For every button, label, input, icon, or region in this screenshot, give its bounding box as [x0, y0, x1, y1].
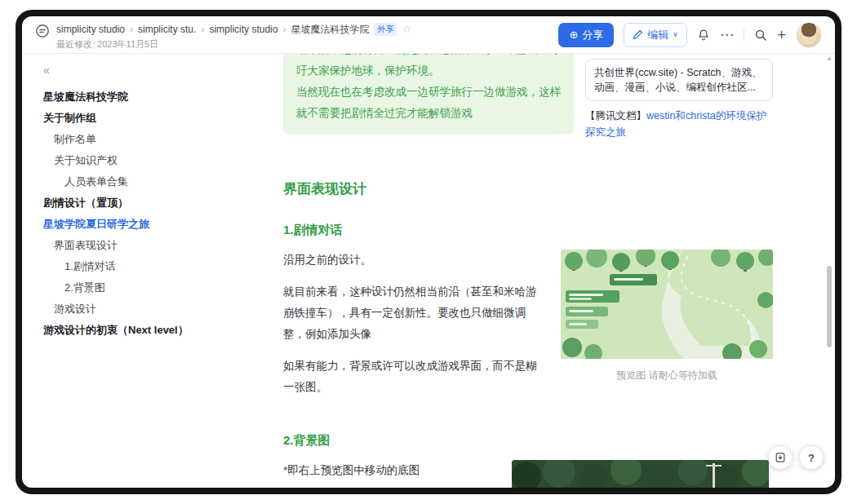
app-logo-icon[interactable]	[35, 24, 50, 38]
sidebar-item[interactable]: 星坡魔法科技学院	[43, 86, 205, 108]
share-button[interactable]: ⊕ 分享	[558, 23, 614, 47]
subsection-1-title: 1.剧情对话	[283, 223, 773, 238]
pencil-icon	[633, 29, 643, 40]
side-column: 共创世界(ccw.site) - Scratch、游戏、动画、漫画、小说、编程创…	[585, 54, 773, 140]
game-preview-figure: 预览图 请耐心等待加载	[561, 250, 773, 382]
shared-badge: 外享	[374, 23, 397, 36]
paragraph: 就目前来看，这种设计仍然相当前沿（甚至和米哈游崩铁撞车），具有一定创新性。要改也…	[283, 281, 546, 345]
paragraph: *即右上预览图中移动的底图	[283, 460, 497, 481]
sidebar-item[interactable]: 1.剧情对话	[43, 256, 205, 277]
chevron-down-icon: ∨	[673, 31, 678, 38]
sidebar-item[interactable]: 人员表单合集	[43, 171, 205, 192]
scrollbar	[825, 57, 833, 481]
notification-bell-icon[interactable]	[697, 29, 710, 42]
callout-paragraph: 结束后，他们将自己的见闻和感悟做成了一个游戏，呼吁大家保护地球，保护环境。	[296, 54, 561, 82]
doc-link-line: 【腾讯文档】westin和christa的环境保护探究之旅	[585, 108, 773, 140]
background-video-figure	[512, 460, 769, 488]
breadcrumb: simplicity studio›simplicity stu.›simpli…	[56, 23, 369, 37]
doc-link-prefix: 【腾讯文档】	[585, 110, 646, 122]
sidebar-item[interactable]: 制作名单	[43, 129, 205, 150]
breadcrumb-item[interactable]: simplicity stu.	[138, 24, 196, 35]
app-body: « 星坡魔法科技学院关于制作组制作名单关于知识产权人员表单合集剧情设计（置顶）星…	[22, 54, 835, 488]
app-window: simplicity studio›simplicity stu.›simpli…	[16, 10, 841, 494]
image-caption: 预览图 请耐心等待加载	[561, 369, 773, 382]
favorite-star-icon[interactable]: ☆	[402, 24, 411, 35]
edit-button-label: 编辑	[647, 28, 668, 42]
topbar-left: simplicity studio›simplicity stu.›simpli…	[35, 20, 411, 51]
paragraph: 沿用之前的设计。	[283, 250, 546, 271]
topbar: simplicity studio›simplicity stu.›simpli…	[22, 16, 835, 54]
sidebar-item[interactable]: 剧情设计（置顶）	[43, 192, 205, 214]
sidebar-item[interactable]: 星坡学院夏日研学之旅	[43, 214, 205, 235]
edit-button[interactable]: 编辑 ∨	[624, 23, 687, 47]
subsection-2-row: *即右上预览图中移动的底图 使用亲自拍摄的写实景象，以及AI生成图	[283, 460, 773, 488]
floating-tools: ?	[768, 445, 824, 470]
download-icon	[775, 452, 786, 463]
plus-icon[interactable]: +	[777, 27, 786, 42]
collapse-sidebar-button[interactable]: «	[43, 64, 50, 77]
last-modified-text: 最近修改: 2023年11月5日	[56, 38, 411, 51]
sidebar-item[interactable]: 游戏设计	[43, 298, 205, 320]
callout: 结束后，他们将自己的见闻和感悟做成了一个游戏，呼吁大家保护地球，保护环境。当然现…	[283, 54, 574, 134]
toolbar-divider	[744, 29, 744, 42]
subsection-1-text: 沿用之前的设计。 就目前来看，这种设计仍然相当前沿（甚至和米哈游崩铁撞车），具有…	[283, 250, 546, 409]
share-button-label: 分享	[582, 28, 603, 42]
sidebar-item[interactable]: 游戏设计的初衷（Next level）	[43, 320, 205, 341]
sidebar: « 星坡魔法科技学院关于制作组制作名单关于知识产权人员表单合集剧情设计（置顶）星…	[22, 54, 211, 488]
topbar-actions: ⊕ 分享 编辑 ∨	[558, 22, 822, 48]
scrollbar-thumb[interactable]	[827, 266, 832, 347]
content-area: 结束后，他们将自己的见闻和感悟做成了一个游戏，呼吁大家保护地球，保护环境。当然现…	[211, 54, 835, 488]
document: 结束后，他们将自己的见闻和感悟做成了一个游戏，呼吁大家保护地球，保护环境。当然现…	[283, 54, 773, 488]
link-preview-card[interactable]: 共创世界(ccw.site) - Scratch、游戏、动画、漫画、小说、编程创…	[585, 59, 773, 101]
sidebar-nav: 星坡魔法科技学院关于制作组制作名单关于知识产权人员表单合集剧情设计（置顶）星坡学…	[43, 86, 205, 341]
topbar-meta: simplicity studio›simplicity stu.›simpli…	[56, 20, 411, 51]
breadcrumb-item[interactable]: simplicity studio	[209, 24, 278, 35]
sidebar-item[interactable]: 关于制作组	[43, 108, 205, 129]
help-button[interactable]: ?	[799, 445, 824, 470]
callout-paragraph: 当然现在也在考虑改成一边研学旅行一边做游戏，这样就不需要把剧情全过完才能解锁游戏	[296, 82, 561, 124]
subsection-2-title: 2.背景图	[283, 433, 773, 449]
sidebar-item[interactable]: 界面表现设计	[43, 235, 205, 256]
share-icon: ⊕	[569, 29, 578, 41]
subsection-2-text: *即右上预览图中移动的底图 使用亲自拍摄的写实景象，以及AI生成图	[283, 460, 497, 488]
breadcrumb-row: simplicity studio›simplicity stu.›simpli…	[56, 23, 411, 37]
breadcrumb-separator: ›	[130, 24, 133, 35]
sidebar-item[interactable]: 关于知识产权	[43, 150, 205, 171]
paragraph: 如果有能力，背景或许可以改成游戏界面，而不是糊一张图。	[283, 356, 546, 398]
section-title: 界面表现设计	[283, 179, 773, 198]
avatar[interactable]	[796, 22, 822, 48]
subsection-1-row: 沿用之前的设计。 就目前来看，这种设计仍然相当前沿（甚至和米哈游崩铁撞车），具有…	[283, 250, 773, 409]
background-video-thumbnail[interactable]	[512, 460, 769, 488]
breadcrumb-separator: ›	[282, 24, 286, 35]
sidebar-item[interactable]: 2.背景图	[43, 277, 205, 298]
breadcrumb-item[interactable]: simplicity studio	[56, 24, 125, 35]
document-top-row: 结束后，他们将自己的见闻和感悟做成了一个游戏，呼吁大家保护地球，保护环境。当然现…	[283, 54, 773, 140]
download-button[interactable]	[768, 445, 793, 470]
app: simplicity studio›simplicity stu.›simpli…	[22, 16, 835, 488]
breadcrumb-separator: ›	[201, 24, 204, 35]
game-preview-image[interactable]	[561, 250, 773, 362]
more-icon[interactable]: ⋯	[720, 28, 734, 42]
search-icon[interactable]	[754, 29, 767, 42]
breadcrumb-item[interactable]: 星坡魔法科技学院	[291, 23, 369, 37]
